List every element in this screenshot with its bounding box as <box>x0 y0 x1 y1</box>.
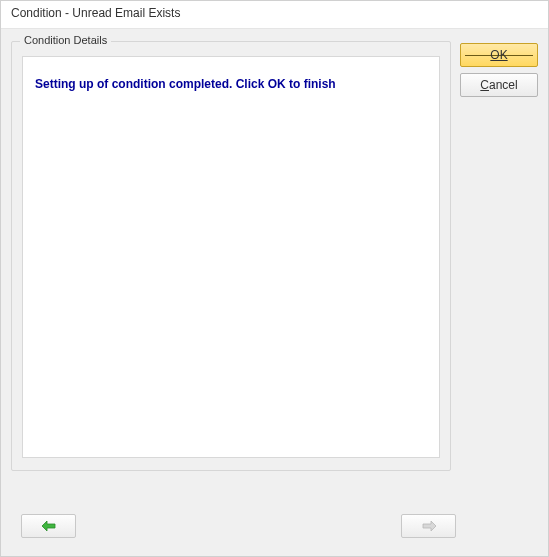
back-button[interactable] <box>21 514 76 538</box>
details-panel: Setting up of condition completed. Click… <box>22 56 440 458</box>
ok-button-label: OK <box>490 48 507 62</box>
window-title: Condition - Unread Email Exists <box>11 6 180 20</box>
group-legend: Condition Details <box>20 34 111 46</box>
dialog-body: Condition Details Setting up of conditio… <box>1 29 548 556</box>
ok-button[interactable]: OK <box>460 43 538 67</box>
dialog-window: Condition - Unread Email Exists Conditio… <box>0 0 549 557</box>
arrow-left-icon <box>41 520 57 532</box>
forward-button[interactable] <box>401 514 456 538</box>
condition-details-group: Condition Details Setting up of conditio… <box>11 41 451 471</box>
title-bar: Condition - Unread Email Exists <box>1 1 548 29</box>
cancel-button[interactable]: Cancel <box>460 73 538 97</box>
arrow-right-icon <box>421 520 437 532</box>
cancel-button-label: Cancel <box>480 78 517 92</box>
completion-message: Setting up of condition completed. Click… <box>35 77 427 91</box>
